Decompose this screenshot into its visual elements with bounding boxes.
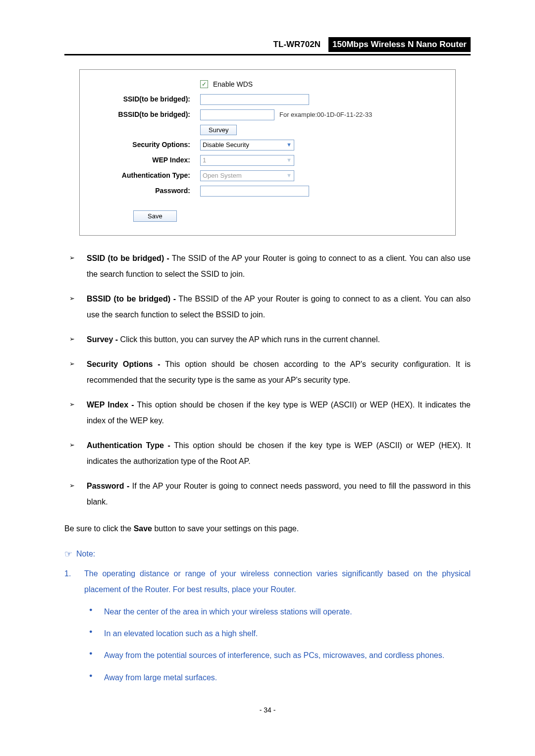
- item-text: This option should be chosen if the key …: [87, 401, 471, 425]
- enable-wds-checkbox[interactable]: ✓: [200, 80, 208, 88]
- item-text: If the AP your Router is going to connec…: [87, 482, 471, 506]
- wep-index-select[interactable]: 1 ▼: [200, 155, 294, 166]
- model-number: TL-WR702N: [273, 38, 321, 51]
- wep-index-value: 1: [203, 155, 206, 165]
- note-heading: ☞ Note:: [64, 548, 471, 561]
- pointing-hand-icon: ☞: [64, 548, 72, 561]
- list-item: Near the center of the area in which you…: [84, 605, 471, 619]
- wep-index-label: WEP Index:: [89, 155, 200, 165]
- password-input[interactable]: [200, 186, 309, 197]
- list-item: Away from the potential sources of inter…: [84, 648, 471, 663]
- auth-type-label: Authentication Type:: [89, 170, 200, 181]
- item-title: Survey -: [87, 335, 118, 344]
- save-reminder: Be sure to click the Save button to save…: [64, 521, 471, 537]
- ssid-input[interactable]: [200, 94, 309, 105]
- security-options-select[interactable]: Disable Security ▼: [200, 140, 294, 151]
- note-sublist: Near the center of the area in which you…: [84, 605, 471, 686]
- page-header: TL-WR702N 150Mbps Wireless N Nano Router: [64, 37, 471, 55]
- note-text: The operating distance or range of your …: [84, 569, 471, 594]
- list-item: Security Options - This option should be…: [64, 356, 471, 388]
- security-options-label: Security Options:: [89, 140, 200, 150]
- note-list: The operating distance or range of your …: [64, 566, 471, 686]
- note-item: The operating distance or range of your …: [64, 566, 471, 686]
- save-button[interactable]: Save: [133, 210, 177, 222]
- ssid-label: SSID(to be bridged):: [89, 94, 200, 104]
- auth-type-select[interactable]: Open System ▼: [200, 170, 294, 181]
- wds-config-panel: ✓ Enable WDS SSID(to be bridged): BSSID(…: [79, 69, 456, 236]
- password-label: Password:: [89, 186, 200, 196]
- content-body: SSID (to be bridged) - The SSID of the A…: [64, 251, 471, 716]
- security-options-value: Disable Security: [203, 140, 249, 150]
- list-item: Password - If the AP your Router is goin…: [64, 478, 471, 510]
- bssid-input[interactable]: [200, 109, 274, 120]
- item-title: WEP Index -: [87, 401, 134, 409]
- product-description: 150Mbps Wireless N Nano Router: [328, 37, 471, 52]
- header-divider: [64, 54, 471, 55]
- item-title: Password -: [87, 482, 129, 490]
- text: button to save your settings on this pag…: [152, 524, 299, 533]
- list-item: Survey - Click this button, you can surv…: [64, 332, 471, 348]
- save-word: Save: [134, 524, 152, 533]
- note-label: Note:: [76, 548, 95, 560]
- survey-button[interactable]: Survey: [200, 125, 237, 135]
- chevron-down-icon: ▼: [286, 156, 292, 164]
- list-item: Away from large metal surfaces.: [84, 670, 471, 685]
- bssid-label: BSSID(to be bridged):: [89, 109, 200, 120]
- chevron-down-icon: ▼: [286, 141, 292, 149]
- text: Be sure to click the: [64, 524, 134, 533]
- list-item: SSID (to be bridged) - The SSID of the A…: [64, 251, 471, 282]
- chevron-down-icon: ▼: [286, 171, 292, 180]
- item-title: SSID (to be bridged) -: [87, 254, 169, 262]
- enable-wds-label: Enable WDS: [213, 79, 253, 90]
- page-number: - 34 -: [64, 705, 471, 715]
- item-text: Click this button, you can survey the AP…: [118, 335, 380, 344]
- bssid-hint: For example:00-1D-0F-11-22-33: [279, 110, 372, 120]
- definition-list: SSID (to be bridged) - The SSID of the A…: [64, 251, 471, 510]
- list-item: BSSID (to be bridged) - The BSSID of the…: [64, 291, 471, 323]
- item-title: Security Options -: [87, 360, 160, 368]
- list-item: WEP Index - This option should be chosen…: [64, 397, 471, 429]
- item-title: BSSID (to be bridged) -: [87, 295, 176, 303]
- item-title: Authentication Type -: [87, 441, 170, 450]
- list-item: In an elevated location such as a high s…: [84, 626, 471, 641]
- list-item: Authentication Type - This option should…: [64, 438, 471, 469]
- auth-type-value: Open System: [203, 171, 242, 181]
